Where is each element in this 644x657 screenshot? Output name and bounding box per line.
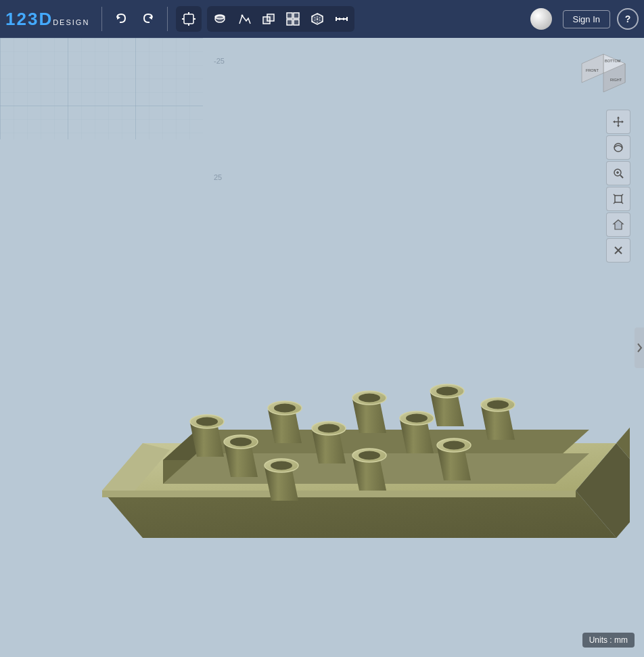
toolbar: 123DDESIGN: [0, 0, 644, 38]
svg-point-9: [242, 15, 244, 17]
undo-button[interactable]: [109, 7, 133, 31]
sketch-button[interactable]: [233, 7, 256, 30]
svg-line-38: [620, 175, 623, 178]
logo: 123DDESIGN: [5, 10, 89, 28]
construct-icon: [261, 12, 276, 26]
cyl-fl-hole: [271, 461, 292, 470]
box-border-front-bottom: [102, 491, 576, 497]
group-icon: [285, 12, 300, 26]
right-panel-toggle[interactable]: [635, 327, 644, 368]
svg-marker-46: [614, 220, 623, 229]
fit-icon: [612, 193, 624, 205]
sphere-icon: [530, 8, 552, 30]
orbit-icon: [612, 141, 624, 154]
undo-icon: [114, 12, 128, 26]
home-icon: [612, 219, 624, 231]
model-svg: [62, 159, 630, 599]
cyl-mm-hole: [318, 424, 340, 432]
divider-2: [167, 7, 168, 31]
svg-rect-22: [0, 38, 203, 139]
transform-button[interactable]: [177, 7, 200, 30]
svg-line-45: [621, 202, 623, 204]
measure-button[interactable]: [330, 7, 353, 30]
svg-marker-0: [117, 16, 120, 20]
transform-group: [176, 6, 202, 32]
3d-shapes-button[interactable]: [208, 7, 231, 30]
material-icon: [310, 12, 325, 26]
shapes-group: [207, 6, 354, 32]
grid: [0, 38, 203, 139]
canvas-area[interactable]: -25 25 25: [0, 38, 644, 657]
svg-rect-12: [287, 13, 292, 18]
zoom-button[interactable]: [606, 161, 630, 185]
redo-icon: [141, 12, 155, 26]
svg-point-8: [215, 15, 225, 19]
svg-text:RIGHT: RIGHT: [610, 78, 622, 82]
logo-text: 123DDESIGN: [5, 10, 89, 28]
construct-button[interactable]: [257, 7, 280, 30]
svg-line-43: [621, 194, 623, 196]
svg-rect-14: [287, 20, 292, 25]
help-button[interactable]: ?: [617, 8, 639, 30]
measure-icon: [334, 12, 349, 26]
group-button[interactable]: [281, 7, 304, 30]
cyl-brr-hole: [436, 386, 458, 395]
svg-marker-31: [617, 116, 620, 118]
3d-model: [62, 159, 535, 579]
sketch-icon: [237, 12, 252, 26]
fit-button[interactable]: [606, 187, 630, 211]
transform-icon: [181, 12, 196, 26]
svg-rect-13: [294, 13, 299, 18]
close-view-button[interactable]: [606, 238, 630, 263]
cyl-fc-hole: [359, 451, 380, 459]
cyl-ml-hole: [230, 437, 252, 446]
grid-label-top: -25: [214, 57, 225, 65]
cyl-mrr-hole: [487, 400, 509, 409]
orbit-button[interactable]: [606, 135, 630, 160]
pan-icon: [612, 116, 624, 128]
cyl-bl-hole: [196, 417, 218, 426]
cyl-br-hole: [359, 393, 380, 402]
divider-1: [101, 7, 102, 31]
close-view-icon: [612, 244, 624, 256]
view-controls: [606, 110, 633, 263]
svg-marker-33: [613, 120, 615, 123]
cyl-fr-hole: [443, 440, 465, 449]
zoom-icon: [612, 167, 624, 179]
svg-text:BOTTOM: BOTTOM: [605, 59, 621, 63]
box-front: [102, 491, 616, 538]
signin-button[interactable]: Sign In: [563, 10, 610, 28]
svg-line-42: [614, 194, 616, 196]
svg-rect-11: [267, 14, 274, 21]
material-button[interactable]: [306, 7, 329, 30]
redo-button[interactable]: [136, 7, 160, 31]
pan-button[interactable]: [606, 110, 630, 134]
units-badge[interactable]: Units : mm: [582, 633, 635, 648]
chevron-right-icon: [636, 341, 643, 355]
svg-point-35: [614, 143, 622, 152]
svg-rect-2: [184, 14, 193, 24]
view-cube[interactable]: BOTTOM RIGHT FRONT: [576, 49, 630, 103]
svg-text:FRONT: FRONT: [586, 68, 599, 72]
cyl-mr-hole: [406, 413, 428, 422]
svg-rect-41: [615, 196, 622, 202]
view-cube-svg: BOTTOM RIGHT FRONT: [576, 49, 630, 103]
home-button[interactable]: [606, 212, 630, 237]
svg-marker-1: [149, 16, 152, 20]
3d-shapes-icon: [212, 12, 227, 26]
svg-marker-34: [622, 120, 624, 123]
svg-marker-32: [617, 125, 620, 127]
cyl-bc-hole: [274, 403, 296, 412]
svg-rect-15: [294, 20, 299, 25]
svg-line-44: [614, 202, 616, 204]
